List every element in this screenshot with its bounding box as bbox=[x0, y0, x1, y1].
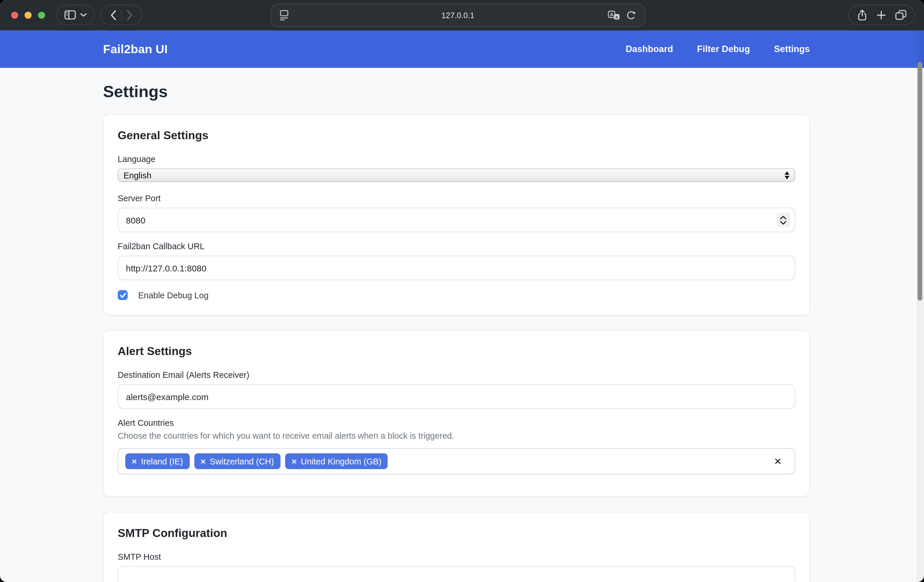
svg-text:a: a bbox=[615, 14, 618, 19]
smtp-configuration-title: SMTP Configuration bbox=[118, 526, 795, 540]
window-controls bbox=[11, 12, 45, 19]
country-tag[interactable]: × United Kingdom (GB) bbox=[285, 453, 388, 469]
translate-icon[interactable]: A a bbox=[608, 10, 620, 20]
callback-url-input[interactable] bbox=[118, 256, 795, 280]
alert-countries-input[interactable]: × Ireland (IE) × Switzerland (CH) × Unit… bbox=[118, 448, 795, 474]
smtp-configuration-card: SMTP Configuration SMTP Host bbox=[103, 512, 810, 582]
server-port-input[interactable] bbox=[118, 208, 795, 232]
alert-countries-label: Alert Countries bbox=[118, 418, 795, 427]
server-port-label: Server Port bbox=[118, 194, 795, 203]
sidebar-icon bbox=[64, 10, 76, 20]
scrollbar-track[interactable] bbox=[916, 30, 924, 582]
nav-links: Dashboard Filter Debug Settings bbox=[626, 44, 810, 54]
app-navbar: Fail2ban UI Dashboard Filter Debug Setti… bbox=[0, 30, 924, 68]
destination-email-label: Destination Email (Alerts Receiver) bbox=[118, 370, 795, 380]
country-tag-label: Ireland (IE) bbox=[141, 457, 183, 466]
url-text[interactable]: 127.0.0.1 bbox=[271, 4, 645, 26]
nav-link-filter-debug[interactable]: Filter Debug bbox=[697, 44, 750, 54]
alert-countries-help: Choose the countries for which you want … bbox=[118, 431, 795, 441]
close-window-button[interactable] bbox=[11, 12, 18, 19]
back-button[interactable] bbox=[110, 10, 116, 20]
remove-tag-icon[interactable]: × bbox=[292, 457, 297, 465]
new-tab-icon[interactable] bbox=[876, 10, 886, 20]
chevron-down-icon bbox=[80, 13, 87, 17]
country-tag[interactable]: × Ireland (IE) bbox=[125, 453, 190, 469]
app-brand[interactable]: Fail2ban UI bbox=[103, 42, 168, 56]
history-nav-group bbox=[100, 5, 142, 25]
remove-tag-icon[interactable]: × bbox=[132, 457, 137, 465]
minimize-window-button[interactable] bbox=[25, 12, 31, 19]
page-title: Settings bbox=[103, 82, 924, 101]
toolbar-right-group bbox=[848, 5, 915, 25]
share-icon[interactable] bbox=[857, 9, 867, 21]
reload-icon[interactable] bbox=[626, 10, 636, 20]
smtp-host-label: SMTP Host bbox=[118, 552, 795, 562]
sidebar-toggle-button[interactable] bbox=[56, 5, 95, 25]
destination-email-input[interactable] bbox=[118, 384, 795, 409]
remove-tag-icon[interactable]: × bbox=[201, 457, 206, 465]
number-stepper[interactable] bbox=[776, 212, 790, 227]
nav-link-settings[interactable]: Settings bbox=[774, 44, 810, 54]
zoom-window-button[interactable] bbox=[38, 12, 45, 19]
scrollbar-thumb[interactable] bbox=[917, 62, 922, 301]
callback-url-label: Fail2ban Callback URL bbox=[118, 242, 795, 251]
select-arrows-icon bbox=[785, 171, 789, 179]
debug-log-checkbox[interactable] bbox=[118, 290, 128, 300]
country-tag[interactable]: × Switzerland (CH) bbox=[194, 453, 280, 469]
browser-toolbar: 127.0.0.1 A a bbox=[0, 0, 924, 30]
forward-button[interactable] bbox=[126, 10, 133, 20]
address-bar[interactable]: 127.0.0.1 A a bbox=[271, 3, 645, 27]
language-label: Language bbox=[118, 155, 795, 164]
country-tag-label: United Kingdom (GB) bbox=[301, 457, 381, 466]
language-select[interactable]: English bbox=[118, 168, 795, 182]
clear-all-icon[interactable]: ✕ bbox=[774, 455, 782, 467]
country-tag-label: Switzerland (CH) bbox=[210, 457, 274, 466]
general-settings-card: General Settings Language English Server… bbox=[103, 114, 810, 315]
divider bbox=[121, 9, 122, 21]
general-settings-title: General Settings bbox=[118, 129, 795, 142]
tab-overview-icon[interactable] bbox=[895, 10, 906, 20]
smtp-host-input[interactable] bbox=[118, 566, 795, 582]
language-select-value: English bbox=[124, 171, 151, 180]
alert-settings-title: Alert Settings bbox=[118, 345, 795, 358]
svg-text:A: A bbox=[610, 12, 613, 18]
nav-link-dashboard[interactable]: Dashboard bbox=[626, 44, 673, 54]
alert-settings-card: Alert Settings Destination Email (Alerts… bbox=[103, 330, 810, 497]
browser-window: 127.0.0.1 A a bbox=[0, 0, 924, 582]
debug-log-label[interactable]: Enable Debug Log bbox=[138, 290, 208, 300]
